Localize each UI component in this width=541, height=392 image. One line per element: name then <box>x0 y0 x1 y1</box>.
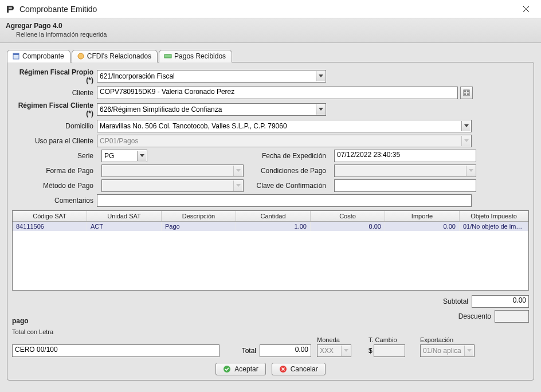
window-title: Comprobante Emitido <box>19 5 515 14</box>
select-value: 626/Régimen Simplificado de Confianza <box>100 105 222 113</box>
svg-rect-3 <box>164 54 171 58</box>
action-bar: Aceptar Cancelar <box>12 363 529 375</box>
cliente-picker-button[interactable] <box>460 87 473 99</box>
select-forma-pago <box>101 164 244 177</box>
cell-objeto: 01/No objeto de imp... <box>460 222 528 231</box>
svg-rect-1 <box>13 53 19 55</box>
content: Comprobante CFDI's Relacionados Pagos Re… <box>0 43 541 392</box>
label-regimen-cliente: Régimen Fiscal Cliente (*) <box>12 101 97 117</box>
chevron-down-icon <box>316 71 325 81</box>
chevron-down-icon <box>464 346 473 356</box>
th-importe[interactable]: Importe <box>385 211 460 221</box>
app-icon <box>5 4 15 14</box>
tab-cfdi[interactable]: CFDI's Relacionados <box>72 50 158 62</box>
input-total: 0.00 <box>260 344 311 357</box>
tab-label: Pagos Recibidos <box>174 52 226 60</box>
th-cantidad[interactable]: Cantidad <box>236 211 311 221</box>
label-tcambio: T. Cambio <box>368 336 414 343</box>
chevron-down-icon <box>461 136 471 146</box>
tab-comprobante[interactable]: Comprobante <box>7 50 70 62</box>
th-codigo[interactable]: Código SAT <box>13 211 87 221</box>
page-subtitle: Rellene la información requerida <box>16 31 535 38</box>
tab-panel-comprobante: Régimen Fiscal Propio (*) 621/Incorporac… <box>7 62 534 381</box>
input-descuento <box>495 310 529 323</box>
select-value: Maravillas No. 506 Col. Tancotocob, Vall… <box>100 122 287 130</box>
label-fecha: Fecha de Expedición <box>152 152 330 160</box>
cell-unidad: ACT <box>87 222 162 231</box>
cancel-button[interactable]: Cancelar <box>272 363 326 375</box>
label-uso: Uso para el Cliente <box>12 137 97 145</box>
chevron-down-icon <box>341 346 350 356</box>
table-row[interactable]: 84111506 ACT Pago 1.00 0.00 0.00 01/No o… <box>13 222 528 231</box>
chevron-down-icon <box>233 166 242 176</box>
label-domicilio: Domicilio <box>12 122 97 130</box>
svg-rect-5 <box>464 91 466 92</box>
input-comentarios[interactable] <box>97 194 472 207</box>
items-table: Código SAT Unidad SAT Descripción Cantid… <box>12 210 529 291</box>
label-comentarios: Comentarios <box>12 197 97 205</box>
th-objeto[interactable]: Objeto Impuesto <box>460 211 528 221</box>
label-moneda: Moneda <box>317 336 363 343</box>
money-icon <box>164 52 172 60</box>
label-total: Total <box>242 347 256 355</box>
select-moneda: XXX <box>317 344 351 357</box>
cancel-icon <box>279 365 287 373</box>
document-icon <box>12 52 20 60</box>
label-clave-conf: Clave de Confirmación <box>248 182 330 190</box>
svg-rect-8 <box>467 93 469 95</box>
select-condiciones-pago <box>334 164 476 177</box>
chevron-down-icon <box>466 166 475 176</box>
input-total-letra: CERO 00/100 <box>12 344 219 357</box>
close-button[interactable] <box>515 1 538 17</box>
currency-symbol: $ <box>368 347 373 355</box>
button-label: Aceptar <box>234 365 258 373</box>
th-descripcion[interactable]: Descripción <box>162 211 236 221</box>
th-costo[interactable]: Costo <box>311 211 385 221</box>
tab-bar: Comprobante CFDI's Relacionados Pagos Re… <box>7 50 534 62</box>
label-exportacion: Exportación <box>420 336 466 343</box>
page-title: Agregar Pago 4.0 <box>6 22 535 30</box>
input-clave-conf[interactable] <box>334 179 476 192</box>
select-domicilio[interactable]: Maravillas No. 506 Col. Tancotocob, Vall… <box>97 120 472 132</box>
input-subtotal: 0.00 <box>472 295 529 308</box>
select-value: 01/No aplica <box>423 347 461 355</box>
select-value: 621/Incorporación Fiscal <box>100 72 175 80</box>
select-value: CP01/Pagos <box>100 137 138 145</box>
select-metodo-pago <box>101 179 244 192</box>
th-unidad[interactable]: Unidad SAT <box>87 211 162 221</box>
label-pago: pago <box>12 317 343 325</box>
label-metodo-pago: Método de Pago <box>12 182 97 190</box>
input-cliente[interactable]: COPV780915DK9 - Valeria Coronado Perez <box>97 87 458 99</box>
label-serie: Serie <box>12 152 97 160</box>
input-fecha[interactable]: 07/12/2022 23:40:35 <box>334 150 476 162</box>
label-regimen-propio: Régimen Fiscal Propio (*) <box>12 68 97 84</box>
titlebar: Comprobante Emitido <box>0 0 541 18</box>
chevron-down-icon <box>461 121 471 131</box>
subheader: Agregar Pago 4.0 Rellene la información … <box>0 18 541 43</box>
chevron-down-icon <box>316 104 325 115</box>
chevron-down-icon <box>137 151 146 161</box>
svg-point-2 <box>78 53 84 59</box>
chevron-down-icon <box>233 181 242 191</box>
table-header: Código SAT Unidad SAT Descripción Cantid… <box>13 211 528 222</box>
label-forma-pago: Forma de Pago <box>12 167 97 175</box>
input-tcambio <box>374 344 405 357</box>
cell-cantidad: 1.00 <box>236 222 311 231</box>
cell-importe: 0.00 <box>385 222 460 231</box>
svg-rect-7 <box>464 93 466 95</box>
accept-button[interactable]: Aceptar <box>215 363 265 375</box>
label-subtotal: Subtotal <box>443 297 468 305</box>
cell-descripcion: Pago <box>162 222 236 231</box>
select-regimen-cliente[interactable]: 626/Régimen Simplificado de Confianza <box>97 103 326 116</box>
tab-label: CFDI's Relacionados <box>87 52 151 60</box>
link-icon <box>77 52 85 60</box>
cell-codigo: 84111506 <box>13 222 87 231</box>
tab-pagos[interactable]: Pagos Recibidos <box>159 50 232 62</box>
label-descuento: Descuento <box>458 312 491 320</box>
select-regimen-propio[interactable]: 621/Incorporación Fiscal <box>97 70 326 83</box>
select-serie[interactable]: PG <box>101 150 147 162</box>
select-uso-cliente: CP01/Pagos <box>97 135 472 147</box>
select-exportacion: 01/No aplica <box>420 344 475 357</box>
svg-rect-6 <box>467 91 469 92</box>
select-value: XXX <box>320 347 334 355</box>
